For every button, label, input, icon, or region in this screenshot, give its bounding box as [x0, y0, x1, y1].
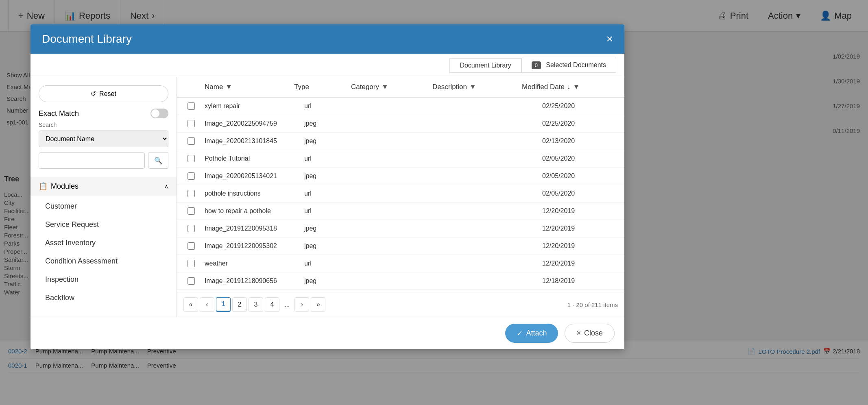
page-3-button[interactable]: 3 [249, 297, 263, 312]
sort-desc-icon: ↓ [567, 83, 571, 91]
row-checkbox-3[interactable] [181, 150, 201, 167]
row-category-5 [358, 189, 439, 198]
table-row: Image_20200225094759 jpeg 02/25/2020 [177, 115, 624, 133]
row-modified-8: 12/20/2019 [539, 237, 620, 255]
reset-label: Reset [99, 90, 116, 98]
row-checkbox-2[interactable] [181, 133, 201, 150]
checkbox-5[interactable] [188, 190, 195, 197]
attach-button[interactable]: ✓ Attach [505, 324, 558, 343]
row-category-10 [358, 276, 439, 286]
checkbox-9[interactable] [188, 260, 195, 267]
page-1-button[interactable]: 1 [216, 297, 231, 312]
row-checkbox-0[interactable] [181, 98, 201, 115]
modules-header[interactable]: 📋 Modules ∧ [31, 177, 177, 196]
row-category-0 [358, 101, 439, 111]
row-type-5: url [301, 185, 358, 202]
page-4-button[interactable]: 4 [265, 297, 279, 312]
module-backflow[interactable]: Backflow [31, 289, 177, 307]
table-row: Image_20191220095318 jpeg 12/20/2019 [177, 220, 624, 237]
checkbox-8[interactable] [188, 242, 195, 250]
th-modified-filter-icon[interactable]: ▼ [573, 83, 580, 91]
table-row: Image_20191218090656 jpeg 12/18/2019 [177, 272, 624, 290]
row-name-0: xylem repair [201, 98, 301, 115]
checkbox-1[interactable] [188, 120, 195, 127]
row-category-7 [358, 224, 439, 233]
checkbox-7[interactable] [188, 225, 195, 232]
checkbox-4[interactable] [188, 172, 195, 180]
checkbox-0[interactable] [188, 102, 195, 110]
row-category-2 [358, 136, 439, 146]
row-modified-9: 12/20/2019 [539, 255, 620, 272]
toggle-knob [151, 109, 159, 118]
page-2-button[interactable]: 2 [232, 297, 247, 312]
th-description-filter-icon[interactable]: ▼ [469, 83, 476, 91]
checkbox-10[interactable] [188, 277, 195, 285]
row-category-1 [358, 119, 439, 128]
checkbox-6[interactable] [188, 207, 195, 215]
row-name-2: Image_20200213101845 [201, 133, 301, 150]
row-modified-6: 12/20/2019 [539, 202, 620, 220]
exact-match-toggle[interactable] [150, 109, 168, 118]
table-row: Image_20200213101845 jpeg 02/13/2020 [177, 133, 624, 150]
module-customer[interactable]: Customer [31, 197, 177, 216]
module-inspection[interactable]: Inspection [31, 270, 177, 289]
module-asset-inventory[interactable]: Asset Inventory [31, 234, 177, 252]
page-prev-button[interactable]: ‹ [200, 297, 214, 312]
search-icon: 🔍 [154, 157, 162, 164]
modules-list: Customer Service Request Asset Inventory… [31, 196, 177, 309]
row-checkbox-9[interactable] [181, 255, 201, 272]
row-checkbox-8[interactable] [181, 237, 201, 255]
tab-document-library[interactable]: Document Library [449, 58, 521, 73]
th-type: Type [291, 77, 348, 97]
row-type-9: url [301, 255, 358, 272]
row-checkbox-1[interactable] [181, 115, 201, 132]
close-button[interactable]: × Close [565, 324, 615, 343]
row-description-3 [439, 154, 539, 163]
th-category-filter-icon[interactable]: ▼ [382, 83, 388, 91]
module-condition-assessment[interactable]: Condition Assessment [31, 252, 177, 270]
th-name-filter-icon[interactable]: ▼ [225, 83, 232, 91]
table-row: weather url 12/20/2019 [177, 255, 624, 272]
page-next-button[interactable]: › [294, 297, 309, 312]
module-service-request[interactable]: Service Request [31, 216, 177, 234]
page-last-button[interactable]: » [311, 297, 325, 312]
close-label: Close [584, 329, 603, 338]
exact-match-row: Exact Match [31, 109, 177, 118]
row-checkbox-5[interactable] [181, 185, 201, 202]
row-checkbox-7[interactable] [181, 220, 201, 237]
row-description-2 [439, 136, 539, 146]
checkbox-3[interactable] [188, 155, 195, 162]
row-description-4 [439, 171, 539, 181]
modal-close-x-button[interactable]: × [606, 33, 613, 46]
row-checkbox-4[interactable] [181, 168, 201, 185]
search-select[interactable]: Document Name Type Category Description [39, 131, 168, 147]
reset-button[interactable]: ↺ Reset [39, 85, 168, 102]
attach-label: Attach [526, 329, 547, 338]
pagination: « ‹ 1 2 3 4 ... › » 1 - 20 of 211 items [177, 292, 624, 317]
row-type-2: jpeg [301, 133, 358, 150]
row-checkbox-6[interactable] [181, 202, 201, 220]
exact-match-label: Exact Match [39, 109, 79, 118]
checkbox-2[interactable] [188, 137, 195, 145]
tab-selected-documents[interactable]: 0 Selected Documents [521, 58, 616, 73]
row-category-8 [358, 241, 439, 251]
row-description-10 [439, 276, 539, 286]
row-category-4 [358, 171, 439, 181]
modal-footer: ✓ Attach × Close [31, 317, 624, 349]
row-modified-7: 12/20/2019 [539, 220, 620, 237]
row-name-9: weather [201, 255, 301, 272]
row-type-3: url [301, 150, 358, 167]
tab-doc-lib-label: Document Library [460, 62, 511, 69]
checkmark-icon: ✓ [517, 329, 523, 338]
row-type-1: jpeg [301, 115, 358, 132]
page-first-button[interactable]: « [183, 297, 198, 312]
row-name-3: Pothole Tutorial [201, 150, 301, 167]
row-checkbox-10[interactable] [181, 272, 201, 290]
search-go-button[interactable]: 🔍 [148, 152, 168, 169]
tab-selected-docs-label: Selected Documents [546, 61, 606, 68]
row-modified-10: 12/18/2019 [539, 272, 620, 290]
row-name-10: Image_20191218090656 [201, 272, 301, 290]
modal-content: Name ▼ Type Category ▼ Description ▼ [177, 77, 624, 317]
search-input[interactable] [39, 152, 145, 169]
row-name-6: how to repair a pothole [201, 202, 301, 220]
